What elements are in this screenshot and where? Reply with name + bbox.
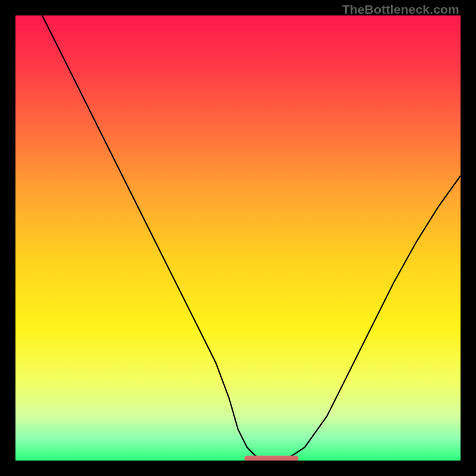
chart-svg: [15, 15, 461, 461]
chart-frame: [15, 15, 461, 461]
gradient-background: [15, 15, 461, 461]
watermark-text: TheBottleneck.com: [342, 2, 459, 17]
